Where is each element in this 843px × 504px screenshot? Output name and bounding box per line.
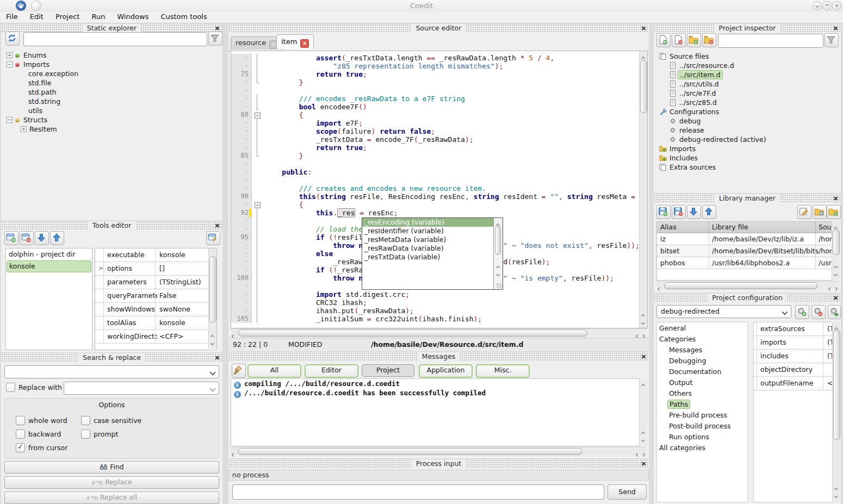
- expander-icon[interactable]: −: [7, 117, 13, 123]
- filter-button[interactable]: [208, 32, 222, 46]
- process-input-titlebar[interactable]: Process input ×: [228, 459, 649, 468]
- code-line[interactable]: · import e7F;: [231, 119, 640, 127]
- code-line[interactable]: · "z85 representation length mismatches"…: [231, 62, 640, 70]
- remove-folder-button[interactable]: [702, 33, 716, 47]
- close-icon[interactable]: ×: [214, 353, 220, 362]
- code-line[interactable]: · public:: [231, 168, 640, 176]
- refresh-button[interactable]: [5, 32, 20, 46]
- add-tool-button[interactable]: [4, 231, 18, 245]
- configuration-select[interactable]: debug-redirected: [656, 305, 791, 318]
- messages-filter-misc[interactable]: Misc.: [476, 364, 530, 378]
- code-line[interactable]: 80 {: [231, 111, 640, 119]
- remove-configuration-button[interactable]: [811, 305, 826, 319]
- execute-tool-button[interactable]: [206, 231, 220, 245]
- config-property-row[interactable]: includes(TStringList): [754, 350, 833, 363]
- code-line[interactable]: · return true;: [231, 144, 640, 152]
- completion-item[interactable]: _resEncoding (variable): [362, 218, 494, 227]
- code-line[interactable]: · {: [231, 201, 640, 209]
- config-category-debugging[interactable]: Debugging: [657, 355, 747, 366]
- message-entry[interactable]: icompiling /.../build/resource.d.coedit: [231, 379, 640, 388]
- close-icon[interactable]: ×: [833, 24, 839, 33]
- code-line[interactable]: · _resTxtData = encode_7F(_resRawData);: [231, 135, 640, 144]
- menu-custom-tools[interactable]: Custom tools: [154, 12, 213, 21]
- column-header-source[interactable]: Source: [815, 222, 832, 233]
- code-line[interactable]: · }: [231, 78, 640, 86]
- replace-button[interactable]: a↷bReplace: [4, 476, 219, 489]
- checkbox-whole-word[interactable]: [16, 416, 25, 425]
- config-category-post-build-process[interactable]: Post-build process: [657, 420, 747, 431]
- messages-filter-application[interactable]: Application: [419, 364, 473, 378]
- messages-filter-all[interactable]: All: [247, 364, 301, 378]
- config-category-output[interactable]: Output: [657, 377, 747, 388]
- inspector-item-release[interactable]: release: [658, 125, 838, 134]
- configuration-grid-scrollbar[interactable]: [832, 322, 840, 501]
- maximize-button[interactable]: [823, 2, 831, 10]
- config-category-documentation[interactable]: Documentation: [657, 366, 747, 377]
- replace-with-combo[interactable]: [64, 382, 219, 395]
- completion-item[interactable]: _resMetaData (variable): [362, 235, 494, 244]
- config-property-row[interactable]: imports(TStringList): [754, 336, 833, 350]
- config-category-pre-build-process[interactable]: Pre-build process: [657, 409, 747, 420]
- code-line[interactable]: · scope(failure) return false;: [231, 127, 640, 135]
- tree-item-std-file[interactable]: std.file: [5, 78, 218, 87]
- property-row[interactable]: queryParametersFalse: [95, 289, 216, 303]
- code-line[interactable]: 85 }: [231, 152, 640, 160]
- inspector-filter-input[interactable]: [718, 34, 823, 48]
- close-tab-icon[interactable]: ×: [300, 39, 309, 48]
- tree-item-std-path[interactable]: std.path: [5, 87, 218, 96]
- inspector-item-debug-redirected-active-[interactable]: debug-redirected (active): [658, 134, 838, 144]
- property-row[interactable]: toolAliaskonsole: [95, 316, 216, 330]
- property-value[interactable]: (TStringList): [156, 276, 216, 289]
- menu-run[interactable]: Run: [85, 12, 111, 21]
- project-inspector-titlebar[interactable]: Project inspector ×: [654, 24, 841, 33]
- search-replace-titlebar[interactable]: Search & replace ×: [1, 353, 222, 362]
- inspector-item--src-item-d[interactable]: ../src/item.d: [658, 70, 838, 79]
- popup-scrollbar[interactable]: [493, 218, 503, 289]
- expander-icon[interactable]: +: [21, 126, 27, 132]
- menu-edit[interactable]: Edit: [24, 12, 49, 21]
- minimize-button[interactable]: [813, 2, 821, 10]
- messages-filter-project[interactable]: Project: [362, 364, 414, 377]
- add-configuration-button[interactable]: [795, 305, 809, 319]
- inspector-item-source-files[interactable]: Source files: [658, 51, 838, 60]
- close-icon[interactable]: ×: [641, 24, 647, 33]
- config-category-categories[interactable]: Categories: [657, 333, 747, 344]
- close-icon[interactable]: ×: [833, 194, 839, 203]
- config-property-value[interactable]: (TStringList): [824, 322, 833, 335]
- code-line[interactable]: · assert(_resTxtData.length == _resRawDa…: [231, 54, 640, 62]
- config-property-value[interactable]: [824, 363, 833, 376]
- editor-vertical-scrollbar[interactable]: [639, 51, 647, 328]
- tree-item-core-exception[interactable]: core.exception: [5, 69, 218, 78]
- config-category-run-options[interactable]: Run options: [657, 431, 747, 442]
- fold-margin[interactable]: [252, 201, 262, 209]
- clear-messages-button[interactable]: [232, 364, 246, 378]
- inspector-filter-button[interactable]: [825, 33, 839, 47]
- code-line[interactable]: 92 this._res = resEnc;: [231, 209, 640, 217]
- tree-item-imports[interactable]: −Imports: [5, 59, 218, 69]
- expander-icon[interactable]: −: [7, 61, 13, 67]
- add-folder-button[interactable]: [687, 33, 701, 47]
- library-manager-titlebar[interactable]: Library manager ×: [654, 194, 841, 203]
- property-value[interactable]: swoNone: [156, 303, 216, 316]
- code-line[interactable]: ·: [231, 160, 640, 168]
- config-property-row[interactable]: extraSources(TStringList): [754, 322, 833, 336]
- move-library-down-button[interactable]: [687, 205, 701, 219]
- edit-alias-button[interactable]: [797, 205, 811, 219]
- inspector-item-imports[interactable]: Imports: [658, 144, 838, 153]
- menu-windows[interactable]: Windows: [111, 12, 154, 21]
- property-row[interactable]: executablekonsole: [95, 248, 216, 262]
- messages-list[interactable]: icompiling /.../build/resource.d.coediti…: [231, 378, 640, 446]
- config-category-messages[interactable]: Messages: [657, 344, 747, 355]
- code-line[interactable]: 75 return true;: [231, 70, 640, 78]
- config-property-row[interactable]: objectDirectory: [754, 363, 833, 377]
- tool-list-item[interactable]: dolphin - project dir: [7, 249, 91, 260]
- tools-editor-titlebar[interactable]: Tools editor ×: [1, 221, 222, 230]
- tree-item-structs[interactable]: −Structs: [5, 115, 218, 124]
- add-library-button[interactable]: [656, 205, 671, 219]
- source-editor-titlebar[interactable]: Source editor ×: [228, 24, 649, 33]
- messages-horizontal-scrollbar[interactable]: [231, 447, 647, 455]
- completion-item[interactable]: _resTxtData (variable): [362, 253, 494, 262]
- inspector-item-extra-sources[interactable]: Extra sources: [658, 162, 838, 171]
- config-property-value[interactable]: (TStringList): [824, 336, 833, 349]
- property-value[interactable]: []: [156, 262, 216, 275]
